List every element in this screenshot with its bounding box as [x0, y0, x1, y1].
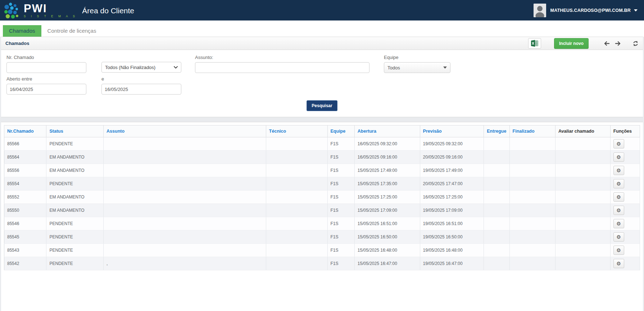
tab-chamados[interactable]: Chamados: [3, 25, 41, 37]
column-header-abertura[interactable]: Abertura: [354, 125, 420, 137]
column-header-entregue[interactable]: Entregue: [484, 125, 509, 137]
column-header-equipe[interactable]: Equipe: [327, 125, 354, 137]
row-actions-button[interactable]: ⚙: [613, 259, 624, 268]
tabs: ChamadosControle de licenças: [0, 20, 644, 37]
nr-chamado-input[interactable]: [6, 62, 86, 73]
cell-previsao: 19/05/2025 09:32:00: [420, 137, 484, 151]
cell-assunto: [104, 151, 266, 164]
row-actions-button[interactable]: ⚙: [613, 166, 624, 175]
cell-assunto: [104, 191, 266, 204]
refresh-button[interactable]: [632, 41, 639, 46]
column-header-status[interactable]: Status: [46, 125, 104, 137]
gear-icon: ⚙: [616, 261, 621, 266]
forward-arrow-button[interactable]: [615, 41, 621, 46]
gear-icon: ⚙: [616, 141, 621, 147]
cell-status: EM ANDAMENTO: [46, 204, 104, 217]
table-header-row: Nr.ChamadoStatusAssuntoTécnicoEquipeAber…: [4, 125, 640, 137]
table-empty-space: [1, 270, 643, 311]
cell-entregue: [484, 191, 509, 204]
cell-abertura: 15/05/2025 17:25:00: [354, 191, 420, 204]
table-row: 85543PENDENTEF1S15/05/2025 16:48:0019/05…: [4, 244, 640, 257]
gear-icon: ⚙: [616, 154, 621, 160]
table-row: 85556EM ANDAMENTOF1S15/05/2025 17:49:001…: [4, 164, 640, 177]
cell-nr: 85550: [4, 204, 46, 217]
cell-previsao: 19/05/2025 16:47:00: [420, 257, 484, 270]
cell-tecnico: [266, 137, 327, 151]
cell-previsao: 19/05/2025 17:49:00: [420, 164, 484, 177]
cell-finalizado: [509, 151, 555, 164]
row-actions-button[interactable]: ⚙: [613, 152, 624, 162]
back-arrow-button[interactable]: [604, 41, 610, 46]
cell-assunto: [104, 204, 266, 217]
user-menu[interactable]: MATHEUS.CARDOSO@PWI.COM.BR: [534, 4, 638, 17]
column-header-funcoes: Funções: [610, 125, 640, 137]
panel-gap: [0, 117, 644, 122]
date-to-input[interactable]: [101, 84, 181, 95]
cell-funcoes: ⚙: [610, 137, 640, 151]
status-select-value: Todos (Não Finalizados): [105, 65, 155, 70]
cell-entregue: [484, 257, 509, 270]
search-button[interactable]: Pesquisar: [307, 100, 337, 111]
column-header-nr[interactable]: Nr.Chamado: [4, 125, 46, 137]
cell-previsao: 19/05/2025 16:51:00: [420, 217, 484, 230]
cell-assunto: [104, 177, 266, 191]
cell-nr: 85545: [4, 230, 46, 244]
cell-abertura: 16/05/2025 09:16:00: [354, 151, 420, 164]
cell-assunto: [104, 137, 266, 151]
person-icon: [534, 4, 546, 17]
add-new-button[interactable]: Incluir novo: [554, 38, 589, 49]
table-row: 85564EM ANDAMENTOF1S16/05/2025 09:16:002…: [4, 151, 640, 164]
row-actions-button[interactable]: ⚙: [613, 219, 624, 228]
date-to-label: e: [101, 76, 181, 82]
chevron-down-icon: [634, 9, 638, 12]
assunto-input[interactable]: [195, 62, 369, 73]
row-actions-button[interactable]: ⚙: [613, 139, 624, 148]
cell-funcoes: ⚙: [610, 151, 640, 164]
export-excel-button[interactable]: [528, 38, 541, 49]
cell-avaliar: [555, 137, 611, 151]
row-actions-button[interactable]: ⚙: [613, 179, 624, 188]
tab-controle-de-licencas[interactable]: Controle de licenças: [41, 25, 103, 37]
cell-tecnico: [266, 177, 327, 191]
row-actions-button[interactable]: ⚙: [613, 206, 624, 215]
row-actions-button[interactable]: ⚙: [613, 232, 624, 242]
cell-nr: 85543: [4, 244, 46, 257]
cell-avaliar: [555, 151, 611, 164]
row-actions-button[interactable]: ⚙: [613, 192, 624, 202]
cell-assunto: [104, 230, 266, 244]
page-title: Área do Cliente: [82, 6, 134, 15]
cell-tecnico: [266, 230, 327, 244]
cell-status: PENDENTE: [46, 177, 104, 191]
cell-abertura: 16/05/2025 09:32:00: [354, 137, 420, 151]
cell-finalizado: [509, 217, 555, 230]
chevron-down-icon: [174, 66, 178, 69]
row-actions-button[interactable]: ⚙: [613, 246, 624, 255]
status-select[interactable]: Todos (Não Finalizados): [101, 62, 181, 73]
cell-avaliar: [555, 204, 611, 217]
cell-entregue: [484, 244, 509, 257]
cell-status: PENDENTE: [46, 217, 104, 230]
cell-nr: 85542: [4, 257, 46, 270]
table-row: 85566PENDENTEF1S16/05/2025 09:32:0019/05…: [4, 137, 640, 151]
pwi-logo: PWI S I S T E M A S: [4, 2, 77, 19]
cell-funcoes: ⚙: [610, 230, 640, 244]
column-header-previsao[interactable]: Previsão: [420, 125, 484, 137]
equipe-select[interactable]: Todos: [384, 62, 450, 73]
cell-status: PENDENTE: [46, 137, 104, 151]
cell-equipe: F1S: [327, 230, 354, 244]
table-row: 85546PENDENTEF1S15/05/2025 16:51:0019/05…: [4, 217, 640, 230]
column-header-tecnico[interactable]: Técnico: [266, 125, 327, 137]
cell-nr: 85564: [4, 151, 46, 164]
column-header-assunto[interactable]: Assunto: [104, 125, 266, 137]
avatar: [534, 4, 546, 17]
cell-nr: 85556: [4, 164, 46, 177]
date-from-input[interactable]: [6, 84, 86, 95]
cell-funcoes: ⚙: [610, 204, 640, 217]
cell-equipe: F1S: [327, 244, 354, 257]
cell-abertura: 15/05/2025 17:35:00: [354, 177, 420, 191]
cell-finalizado: [509, 244, 555, 257]
cell-equipe: F1S: [327, 151, 354, 164]
column-header-finalizado[interactable]: Finalizado: [509, 125, 555, 137]
cell-finalizado: [509, 257, 555, 270]
arrow-right-icon: [615, 41, 621, 46]
